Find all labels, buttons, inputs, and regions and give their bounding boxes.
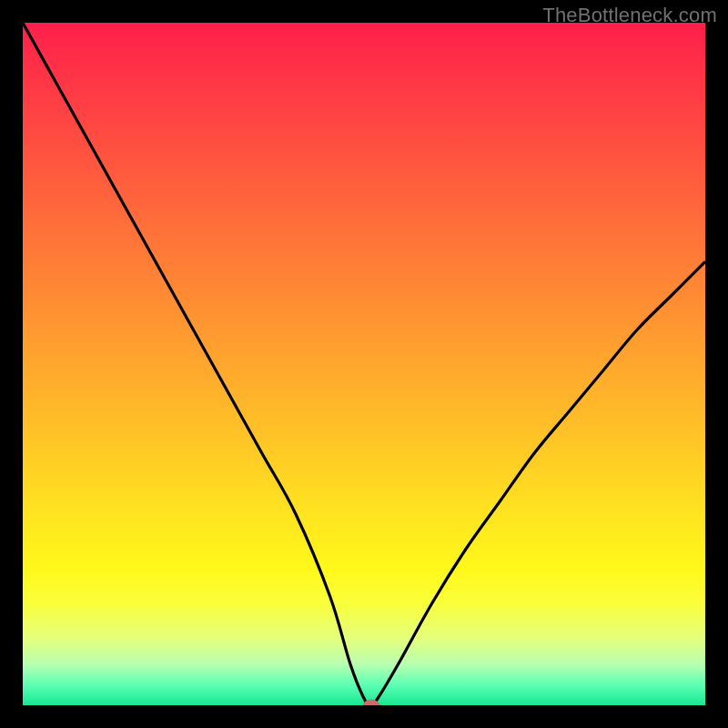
curve-svg <box>23 23 705 705</box>
watermark-text: TheBottleneck.com <box>542 4 717 27</box>
minimum-marker <box>363 700 379 706</box>
bottleneck-curve <box>23 23 705 705</box>
chart-frame: TheBottleneck.com <box>0 0 728 728</box>
plot-area <box>23 23 705 705</box>
